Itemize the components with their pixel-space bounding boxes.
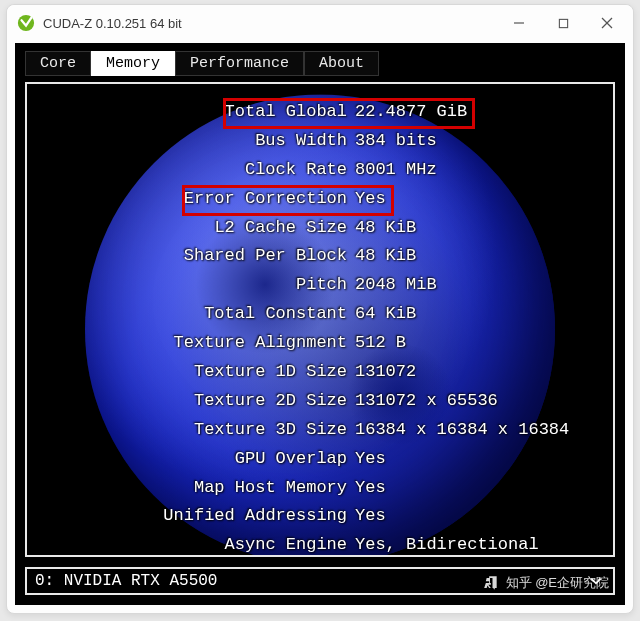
window-title: CUDA-Z 0.10.251 64 bit [43,16,497,31]
info-row: Async EngineYes, Bidirectional [45,531,595,557]
info-row: Map Host MemoryYes [45,474,595,503]
maximize-button[interactable] [541,8,585,38]
info-value: 131072 [355,358,595,387]
footer-bar: 0: NVIDIA RTX A5500 [17,563,623,603]
info-label: L2 Cache Size [45,214,355,243]
info-label: Clock Rate [45,156,355,185]
info-row: Clock Rate8001 MHz [45,156,595,185]
info-row: Texture 3D Size16384 x 16384 x 16384 [45,416,595,445]
info-label: Texture Alignment [45,329,355,358]
device-selector[interactable]: 0: NVIDIA RTX A5500 [25,567,615,595]
info-row: Total Global22.4877 GiB [45,98,595,127]
info-row: Error CorrectionYes [45,185,595,214]
info-label: Texture 2D Size [45,387,355,416]
info-row: Texture 1D Size131072 [45,358,595,387]
info-row: Texture Alignment512 B [45,329,595,358]
info-label: Async Engine [45,531,355,557]
titlebar: CUDA-Z 0.10.251 64 bit [7,5,633,41]
app-logo-icon [17,14,35,32]
info-label: Error Correction [45,185,355,214]
info-row: Total Constant64 KiB [45,300,595,329]
app-window: CUDA-Z 0.10.251 64 bit Core Memory Perfo… [6,4,634,614]
info-row: Pitch2048 MiB [45,271,595,300]
close-button[interactable] [585,8,629,38]
info-value: 48 KiB [355,242,595,271]
info-label: Total Global [45,98,355,127]
tab-bar: Core Memory Performance About [17,45,623,76]
tab-performance[interactable]: Performance [175,51,304,76]
info-row: GPU OverlapYes [45,445,595,474]
tab-about[interactable]: About [304,51,379,76]
content-area: Core Memory Performance About Total Glob… [15,43,625,605]
info-value: Yes, Bidirectional [355,531,595,557]
info-value: 8001 MHz [355,156,595,185]
info-label: Bus Width [45,127,355,156]
tab-core[interactable]: Core [25,51,91,76]
info-row: Unified AddressingYes [45,502,595,531]
info-value: 16384 x 16384 x 16384 [355,416,595,445]
info-value: 48 KiB [355,214,595,243]
info-value: 2048 MiB [355,271,595,300]
info-row: Shared Per Block48 KiB [45,242,595,271]
info-value: Yes [355,474,595,503]
info-value: 131072 x 65536 [355,387,595,416]
info-value: 22.4877 GiB [355,98,595,127]
info-value: Yes [355,502,595,531]
memory-info-list: Total Global22.4877 GiBBus Width384 bits… [27,84,613,555]
info-label: Texture 1D Size [45,358,355,387]
info-value: 64 KiB [355,300,595,329]
info-label: Texture 3D Size [45,416,355,445]
info-label: Pitch [45,271,355,300]
info-row: L2 Cache Size48 KiB [45,214,595,243]
info-label: Map Host Memory [45,474,355,503]
info-value: 384 bits [355,127,595,156]
info-value: 512 B [355,329,595,358]
info-label: Unified Addressing [45,502,355,531]
info-value: Yes [355,445,595,474]
info-row: Texture 2D Size131072 x 65536 [45,387,595,416]
info-label: GPU Overlap [45,445,355,474]
info-label: Shared Per Block [45,242,355,271]
info-value: Yes [355,185,595,214]
chevron-down-icon [587,572,605,590]
tab-memory[interactable]: Memory [91,51,175,76]
info-label: Total Constant [45,300,355,329]
info-row: Bus Width384 bits [45,127,595,156]
minimize-button[interactable] [497,8,541,38]
info-panel: Total Global22.4877 GiBBus Width384 bits… [25,82,615,557]
svg-rect-2 [559,19,567,27]
device-selector-value: 0: NVIDIA RTX A5500 [35,572,217,590]
